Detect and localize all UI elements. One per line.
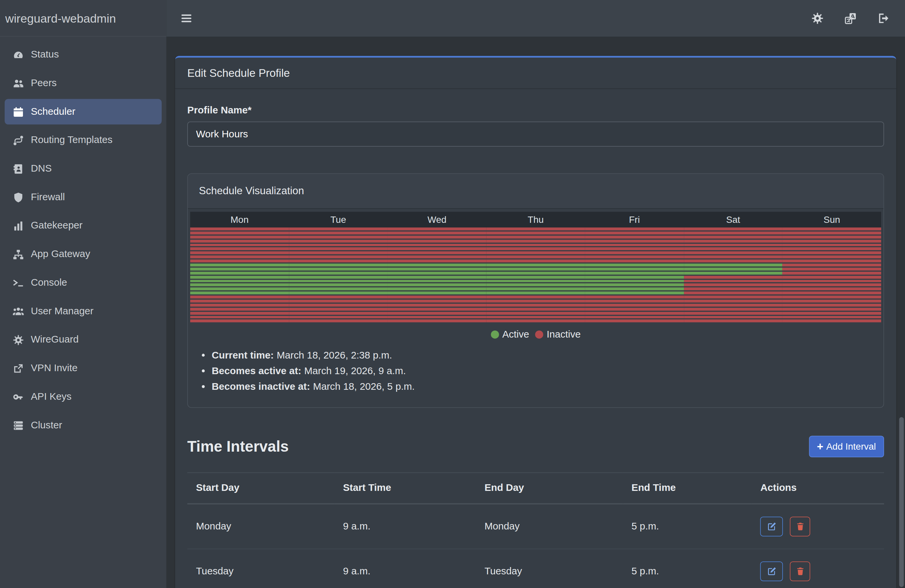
becomes-active-item: Becomes active at:March 19, 2026, 9 a.m.: [212, 366, 881, 377]
card-body: Profile Name* Schedule Visualization Mon…: [175, 89, 896, 588]
sidebar-item-label: Firewall: [31, 192, 65, 203]
schedule-cell-wed-10: [388, 268, 486, 271]
schedule-row: [190, 259, 881, 262]
sidebar-item-scheduler[interactable]: Scheduler: [5, 99, 162, 124]
sidebar-item-gatekeeper[interactable]: Gatekeeper: [5, 213, 162, 238]
sidebar-item-user-manager[interactable]: User Manager: [5, 298, 162, 324]
schedule-cell-fri-20: [585, 308, 684, 311]
schedule-cell-wed-0: [388, 227, 486, 230]
sidebar-item-app-gateway[interactable]: App Gateway: [5, 242, 162, 267]
brand-title: wireguard-webadmin: [0, 0, 166, 37]
schedule-cell-fri-15: [585, 288, 684, 291]
schedule-cell-wed-5: [388, 248, 486, 250]
schedule-cell-thu-19: [486, 304, 585, 307]
schedule-cell-tue-1: [289, 232, 388, 234]
schedule-cell-sat-16: [684, 292, 783, 295]
schedule-row: [190, 284, 881, 287]
schedule-cell-tue-3: [289, 240, 388, 242]
schedule-cell-sun-1: [782, 232, 881, 234]
schedule-cell-thu-16: [486, 292, 585, 295]
sidebar-item-routing-templates[interactable]: Routing Templates: [5, 127, 162, 153]
schedule-cell-mon-8: [190, 259, 289, 262]
schedule-cell-tue-4: [289, 243, 388, 246]
schedule-cell-sun-4: [782, 243, 881, 246]
schedule-cell-tue-20: [289, 308, 388, 311]
user-group-icon: [10, 306, 25, 316]
schedule-cell-fri-7: [585, 256, 684, 258]
route-icon: [10, 135, 25, 146]
schedule-cell-fri-1: [585, 232, 684, 234]
schedule-cell-sat-10: [684, 268, 783, 271]
sidebar-item-console[interactable]: Console: [5, 270, 162, 296]
schedule-cell-thu-2: [486, 235, 585, 238]
edit-interval-button[interactable]: [761, 517, 783, 536]
col-actions: Actions: [752, 473, 884, 504]
schedule-cell-sun-7: [782, 256, 881, 258]
schedule-cell-mon-20: [190, 308, 289, 311]
schedule-cell-fri-11: [585, 272, 684, 275]
sidebar-item-label: Cluster: [31, 420, 62, 431]
gear-icon: [10, 334, 25, 345]
language-icon[interactable]: [845, 12, 857, 25]
sidebar-item-api-keys[interactable]: API Keys: [5, 384, 162, 410]
sidebar-item-vpn-invite[interactable]: VPN Invite: [5, 356, 162, 381]
schedule-cell-tue-12: [289, 276, 388, 279]
schedule-row: [190, 292, 881, 295]
schedule-cell-wed-9: [388, 264, 486, 266]
schedule-cell-mon-17: [190, 296, 289, 299]
schedule-cell-thu-11: [486, 272, 585, 275]
schedule-cell-sun-20: [782, 308, 881, 311]
scrollbar-thumb[interactable]: [899, 417, 904, 587]
sidebar-item-cluster[interactable]: Cluster: [5, 412, 162, 438]
main-content: Edit Schedule Profile Profile Name* Sche…: [166, 37, 905, 588]
schedule-cell-fri-6: [585, 251, 684, 254]
cell-start-time: 9 a.m.: [334, 504, 475, 550]
sidebar-item-wireguard[interactable]: WireGuard: [5, 327, 162, 353]
sidebar-item-firewall[interactable]: Firewall: [5, 184, 162, 210]
bars-chart-icon: [10, 220, 25, 231]
schedule-cell-sat-0: [684, 227, 783, 230]
schedule-cell-sat-8: [684, 259, 783, 262]
schedule-row: [190, 296, 881, 299]
schedule-cell-tue-8: [289, 259, 388, 262]
schedule-cell-wed-6: [388, 251, 486, 254]
schedule-cell-thu-22: [486, 316, 585, 319]
schedule-cell-mon-4: [190, 243, 289, 246]
schedule-cell-thu-21: [486, 311, 585, 315]
schedule-cell-sun-0: [782, 227, 881, 230]
signout-icon[interactable]: [878, 12, 890, 25]
gauge-icon: [10, 49, 25, 60]
schedule-cell-fri-13: [585, 280, 684, 283]
schedule-cell-sat-22: [684, 316, 783, 319]
add-interval-button[interactable]: Add Interval: [808, 436, 884, 458]
sidebar-item-status[interactable]: Status: [5, 42, 162, 68]
schedule-cell-sun-14: [782, 284, 881, 287]
settings-icon[interactable]: [811, 12, 824, 25]
schedule-cell-tue-0: [289, 227, 388, 230]
schedule-cell-sun-6: [782, 251, 881, 254]
profile-name-label: Profile Name*: [187, 105, 884, 116]
edit-interval-button[interactable]: [761, 562, 783, 582]
sidebar-item-dns[interactable]: DNS: [5, 156, 162, 181]
col-start-day: Start Day: [187, 473, 334, 504]
current-time-value: March 18, 2026, 2:38 p.m.: [276, 350, 392, 361]
schedule-row: [190, 308, 881, 311]
schedule-cell-thu-15: [486, 288, 585, 291]
delete-interval-button[interactable]: [790, 562, 810, 582]
menu-icon[interactable]: [180, 12, 192, 25]
card-title: Edit Schedule Profile: [175, 57, 896, 89]
schedule-cell-tue-23: [289, 319, 388, 323]
schedule-cell-sun-2: [782, 235, 881, 238]
sidebar-item-peers[interactable]: Peers: [5, 70, 162, 96]
schedule-cell-fri-14: [585, 284, 684, 287]
schedule-cell-mon-16: [190, 292, 289, 295]
becomes-active-value: March 19, 2026, 9 a.m.: [304, 366, 406, 377]
schedule-row: [190, 235, 881, 238]
schedule-cell-mon-21: [190, 311, 289, 315]
address-book-icon: [10, 163, 25, 174]
cell-end-day: Tuesday: [476, 549, 623, 588]
schedule-cell-mon-0: [190, 227, 289, 230]
profile-name-input[interactable]: [187, 122, 884, 147]
delete-interval-button[interactable]: [790, 517, 810, 536]
schedule-cell-fri-12: [585, 276, 684, 279]
